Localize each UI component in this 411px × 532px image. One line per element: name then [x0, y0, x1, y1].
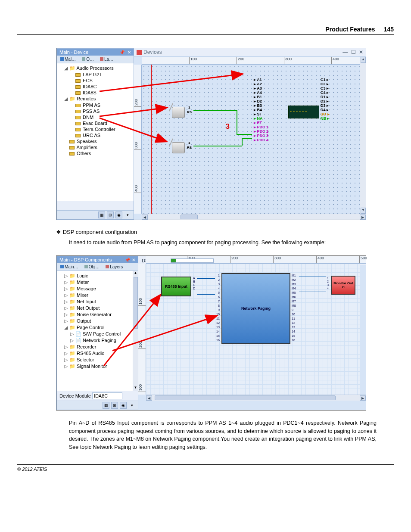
scroll-thumb[interactable] [155, 395, 336, 400]
close-icon[interactable]: ✕ [132, 258, 135, 262]
comp-monitor-out[interactable]: Monitor Out C [331, 276, 355, 295]
comp-label: RS485 Input [165, 284, 187, 289]
device-tree[interactable]: ◢ 📁 Audio Processors LAP G2T ECS IDA8C I… [57, 63, 134, 201]
device-ppm-1[interactable] [172, 107, 185, 118]
dsp-panel-footer: ▦ ⊞ ◉ ▾ [57, 401, 138, 410]
tree-item[interactable]: ▷ 📁 Output [64, 318, 137, 324]
tree-item[interactable]: ▷ 📁 Logic [64, 273, 137, 279]
tree-item[interactable]: DNM [70, 114, 133, 120]
tab-main[interactable]: Main… [59, 264, 80, 270]
tree-item[interactable]: IDA8C [70, 84, 133, 90]
scrollbar-h[interactable]: ◀ ▶ [146, 395, 366, 401]
tree-item[interactable]: ▷ 📁 Net Input [64, 299, 137, 305]
tree-item[interactable]: ▷ 📁 Noise Generator [64, 311, 137, 318]
scroll-up-icon[interactable]: ▲ [361, 57, 366, 63]
page-header: Product Features 145 [17, 26, 394, 35]
comp-label: Network Paging [241, 306, 271, 311]
tree-item[interactable]: Others [64, 150, 133, 156]
tree-item[interactable]: Amplifiers [64, 144, 133, 150]
dsp-panel-title-text: Main - DSP Components [59, 257, 112, 262]
scroll-right-icon[interactable]: ▶ [360, 215, 366, 220]
np-ports-left: 12345678910111213141516 [216, 274, 220, 343]
tree-item[interactable]: ◢ 📁 Remotes [64, 96, 133, 102]
body-text-1: It need to route audio from PPM AS to pa… [69, 239, 377, 247]
scroll-down-icon[interactable]: ▼ [361, 208, 366, 214]
tree-item[interactable]: PPM AS [70, 102, 133, 108]
minimize-icon[interactable]: — [342, 49, 348, 55]
scroll-right-icon[interactable]: ▶ [360, 395, 366, 401]
scroll-thumb[interactable] [134, 277, 138, 329]
tree-item[interactable]: ▷ 📄 S/W Page Control [70, 331, 137, 337]
tree-scrollbar[interactable]: ▲ ▼ [133, 271, 138, 391]
tree-item[interactable]: ◢ 📁 Audio Processors [64, 65, 133, 72]
toolbar-btn-3[interactable]: ◉ [115, 212, 122, 218]
scroll-down-icon[interactable]: ▼ [133, 386, 138, 391]
ruler-horizontal: 100 200 300 400 [142, 57, 366, 65]
pin-icon[interactable]: 📌 [119, 50, 125, 55]
hardware-module[interactable] [288, 106, 319, 118]
toolbar-dropdown[interactable]: ▾ [124, 212, 131, 218]
tab-main[interactable]: Mai… [59, 56, 78, 62]
toolbar-btn-2[interactable]: ⊞ [107, 212, 114, 218]
body-text-2: Pin A~D of RS485 Input component is corr… [69, 419, 377, 451]
tree-item[interactable]: ▷ 📁 RS485 Audio [64, 350, 137, 357]
screenshot-dsp: Main - DSP Components 📌✕ Main… Obj… Laye… [56, 255, 366, 411]
monitor-ports: 1234 [327, 277, 329, 290]
tree-item[interactable]: ▷ 📁 Mixer [64, 292, 137, 299]
dsp-panel: Main - DSP Components 📌✕ Main… Obj… Laye… [56, 256, 138, 410]
device-module-field[interactable] [92, 392, 122, 399]
toolbar-dropdown[interactable]: ▾ [128, 402, 135, 409]
dsp-power-bar [171, 258, 214, 263]
pin-1: 1 [188, 106, 190, 109]
scroll-left-icon[interactable]: ◀ [146, 395, 152, 401]
tree-item[interactable]: Evac Board [70, 120, 133, 126]
toolbar-btn-3[interactable]: ◉ [120, 402, 127, 409]
tab-layers[interactable]: Layers [104, 264, 125, 270]
canvas-icon [137, 50, 142, 55]
tree-item[interactable]: ▷ 📁 Selector [64, 357, 137, 363]
scroll-left-icon[interactable]: ◀ [142, 215, 148, 220]
scrollbar-horizontal[interactable]: ◀ ▶ [142, 214, 366, 220]
toolbar-btn-2[interactable]: ⊞ [111, 402, 118, 409]
tree-item[interactable]: ECS [70, 78, 133, 84]
close-icon[interactable]: ✕ [359, 49, 363, 55]
connector-left-group: ▸ A1▸ A2▸ A3▸ A4▸ B1▸ B2▸ B3▸ B4▸ SI▸ NA… [254, 78, 268, 142]
wire [193, 146, 242, 146]
tab-objects[interactable]: O… [80, 56, 96, 62]
device-ppm-2[interactable] [172, 142, 185, 153]
design-canvas[interactable]: 1 RS 1 RS ▸ A1▸ A2▸ A3▸ A4▸ B1▸ B2▸ B3▸ … [142, 65, 360, 214]
tree-item[interactable]: ▷ 📁 Meter [64, 279, 137, 286]
dsp-canvas[interactable]: RS485 Input ABCD Network Paging 12345678… [146, 264, 360, 395]
window-controls: — ☐ ✕ [341, 49, 363, 55]
tree-item[interactable]: ▷ 📁 Signal Monitor [64, 363, 137, 370]
comp-rs485-input[interactable]: RS485 Input [161, 277, 191, 296]
tree-item[interactable]: Speakers [64, 138, 133, 144]
dsp-tree[interactable]: ▷ 📁 Logic▷ 📁 Meter▷ 📁 Message▷ 📁 Mixer▷ … [57, 271, 138, 391]
scroll-thumb[interactable] [181, 215, 198, 219]
tab-layers[interactable]: La… [98, 56, 115, 62]
section-heading: DSP component configuration [56, 229, 394, 235]
panel-controls: 📌 ✕ [118, 50, 131, 55]
close-icon[interactable]: ✕ [128, 50, 131, 55]
device-module-label: Device Module [59, 393, 91, 398]
pin-icon[interactable]: 📌 [125, 258, 130, 262]
ruler-v: 100 200 300 [138, 264, 146, 395]
toolbar-btn-1[interactable]: ▦ [98, 212, 105, 218]
tab-objects[interactable]: Obj… [83, 264, 102, 270]
comp-network-paging[interactable]: Network Paging [221, 273, 290, 344]
tree-item[interactable]: ◢ 📁 Page Control [64, 324, 137, 331]
tree-item[interactable]: ▷ 📁 Net Output [64, 305, 137, 311]
connector-right-group: C1 ▸C2 ▸C3 ▸C4 ▸D1 ▸D2 ▸D3 ▸D4 ▸SO ▸NB ▸ [321, 78, 330, 121]
tree-item[interactable]: Terra Controller [70, 126, 133, 132]
maximize-icon[interactable]: ☐ [351, 49, 356, 55]
tree-item[interactable]: PSS AS [70, 108, 133, 114]
tree-item[interactable]: ▷ 📁 Recorder [64, 344, 137, 350]
tree-item[interactable]: ▷ 📄 Network Paging [70, 337, 137, 344]
tree-item[interactable]: ▷ 📁 Message [64, 286, 137, 292]
toolbar-btn-1[interactable]: ▦ [103, 402, 109, 409]
tree-item[interactable]: IDA8S [70, 90, 133, 96]
scrollbar-vertical[interactable]: ▲ ▼ [360, 57, 366, 214]
tree-item[interactable]: LAP G2T [70, 72, 133, 78]
scroll-up-icon[interactable]: ▲ [133, 271, 138, 276]
tree-item[interactable]: URC AS [70, 132, 133, 138]
